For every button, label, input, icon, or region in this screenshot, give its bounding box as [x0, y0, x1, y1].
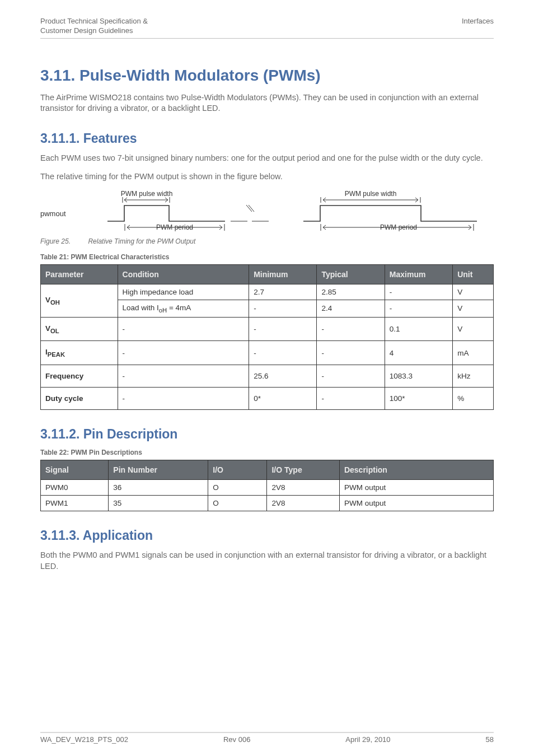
- t21-typ: -: [317, 317, 385, 341]
- svg-period-1: PWM period: [156, 223, 193, 231]
- table22-h1: Pin Number: [109, 460, 208, 480]
- t21-cond: Load with IoH = 4mA: [118, 300, 249, 318]
- t21-max: -: [385, 284, 452, 300]
- table-row: Duty cycle-0*-100*%: [41, 388, 494, 410]
- table22-caption: Table 22: PWM Pin Descriptions: [40, 449, 494, 456]
- t21-param: Frequency: [41, 365, 118, 388]
- t22-iotype: 2V8: [267, 496, 339, 511]
- t21-cond: -: [118, 317, 249, 341]
- table21: Parameter Condition Minimum Typical Maxi…: [40, 264, 494, 410]
- t21-min: -: [249, 300, 317, 318]
- table22-h2: I/O: [208, 460, 267, 480]
- t21-unit: %: [453, 388, 494, 410]
- svg-period-2: PWM period: [380, 223, 417, 231]
- table21-h2: Minimum: [249, 265, 317, 284]
- application-para: Both the PWM0 and PWM1 signals can be us…: [40, 550, 494, 572]
- table22-h3: I/O Type: [267, 460, 339, 480]
- svg-pulse-width-2: PWM pulse width: [345, 190, 397, 198]
- header-right: Interfaces: [462, 17, 494, 36]
- t21-typ: -: [317, 365, 385, 388]
- table-row: PWM135O2V8PWM output: [41, 496, 494, 511]
- t21-unit: V: [453, 284, 494, 300]
- table22-h0: Signal: [41, 460, 109, 480]
- figure-caption: Figure 25. Relative Timing for the PWM O…: [40, 237, 494, 245]
- timing-figure: pwmout PWM pulse width PWM perio: [40, 190, 494, 234]
- table21-h5: Unit: [453, 265, 494, 284]
- t21-min: -: [249, 341, 317, 365]
- page-header: Product Technical Specification & Custom…: [40, 17, 494, 36]
- svg-pwmout-label: pwmout: [40, 209, 66, 218]
- t21-max: 4: [385, 341, 452, 365]
- table-row: Frequency-25.6-1083.3kHz: [41, 365, 494, 388]
- t22-io: O: [208, 496, 267, 511]
- t21-cond: -: [118, 365, 249, 388]
- t22-pin: 36: [109, 480, 208, 496]
- t21-param: IPEAK: [41, 341, 118, 365]
- table21-header-row: Parameter Condition Minimum Typical Maxi…: [41, 265, 494, 284]
- table21-h3: Typical: [317, 265, 385, 284]
- t21-cond: -: [118, 388, 249, 410]
- t22-io: O: [208, 480, 267, 496]
- t21-unit: V: [453, 300, 494, 318]
- header-left: Product Technical Specification & Custom…: [40, 17, 148, 36]
- t22-signal: PWM0: [41, 480, 109, 496]
- t21-typ: -: [317, 341, 385, 365]
- header-left-line2: Customer Design Guidelines: [40, 26, 148, 36]
- t21-max: 100*: [385, 388, 452, 410]
- table21-caption: Table 21: PWM Electrical Characteristics: [40, 253, 494, 261]
- t22-desc: PWM output: [339, 480, 493, 496]
- table22-h4: Description: [339, 460, 493, 480]
- t21-min: 25.6: [249, 365, 317, 388]
- footer-center: Rev 006: [223, 735, 250, 744]
- t21-param: VOH: [41, 284, 118, 318]
- t21-param: VOL: [41, 317, 118, 341]
- t21-cond: -: [118, 341, 249, 365]
- t21-unit: V: [453, 317, 494, 341]
- t21-max: 1083.3: [385, 365, 452, 388]
- t21-min: -: [249, 317, 317, 341]
- table21-h0: Parameter: [41, 265, 118, 284]
- features-para1: Each PWM uses two 7-bit unsigned binary …: [40, 153, 494, 164]
- t22-signal: PWM1: [41, 496, 109, 511]
- svg-pulse-width-1: PWM pulse width: [121, 190, 173, 198]
- application-heading: 3.11.3. Application: [40, 528, 494, 543]
- timing-diagram-svg: pwmout PWM pulse width PWM perio: [40, 190, 494, 234]
- t21-param: Duty cycle: [41, 388, 118, 410]
- t21-min: 2.7: [249, 284, 317, 300]
- table22: Signal Pin Number I/O I/O Type Descripti…: [40, 460, 494, 511]
- t21-typ: 2.85: [317, 284, 385, 300]
- t22-iotype: 2V8: [267, 480, 339, 496]
- t22-pin: 35: [109, 496, 208, 511]
- section-heading: 3.11. Pulse-Width Modulators (PWMs): [40, 67, 494, 85]
- table-row: VOL---0.1V: [41, 317, 494, 341]
- table21-h4: Maximum: [385, 265, 452, 284]
- intro-paragraph: The AirPrime WISMO218 contains two Pulse…: [40, 92, 494, 114]
- features-heading: 3.11.1. Features: [40, 131, 494, 146]
- footer-date: April 29, 2010: [345, 735, 390, 744]
- t21-max: 0.1: [385, 317, 452, 341]
- figure-caption-text: Relative Timing for the PWM Output: [88, 237, 195, 245]
- t21-typ: -: [317, 388, 385, 410]
- features-para2: The relative timing for the PWM output i…: [40, 171, 494, 183]
- t21-max: -: [385, 300, 452, 318]
- header-rule: [40, 38, 494, 39]
- table-row: PWM036O2V8PWM output: [41, 480, 494, 496]
- t21-typ: 2.4: [317, 300, 385, 318]
- table-row: IPEAK---4mA: [41, 341, 494, 365]
- pin-desc-heading: 3.11.2. Pin Description: [40, 427, 494, 442]
- t21-unit: kHz: [453, 365, 494, 388]
- page-footer: WA_DEV_W218_PTS_002 Rev 006 April 29, 20…: [40, 732, 494, 744]
- table-row: VOHHigh impedance load2.72.85-V: [41, 284, 494, 300]
- figure-caption-label: Figure 25.: [40, 237, 71, 245]
- footer-rule: [40, 732, 494, 733]
- footer-left: WA_DEV_W218_PTS_002: [40, 735, 128, 744]
- table21-h1: Condition: [118, 265, 249, 284]
- table22-header-row: Signal Pin Number I/O I/O Type Descripti…: [41, 460, 494, 480]
- t21-cond: High impedance load: [118, 284, 249, 300]
- t21-min: 0*: [249, 388, 317, 410]
- header-left-line1: Product Technical Specification &: [40, 17, 148, 26]
- footer-page: 58: [486, 735, 494, 744]
- t22-desc: PWM output: [339, 496, 493, 511]
- t21-unit: mA: [453, 341, 494, 365]
